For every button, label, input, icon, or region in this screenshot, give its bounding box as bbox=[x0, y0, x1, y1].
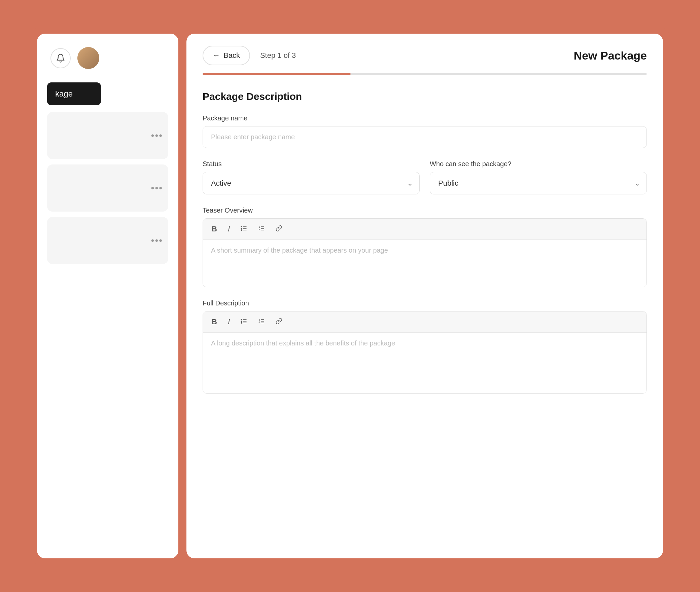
status-field: Status Active Inactive Draft ⌄ bbox=[203, 160, 420, 194]
back-button-label: Back bbox=[223, 51, 240, 60]
status-label: Status bbox=[203, 160, 420, 168]
svg-point-13 bbox=[241, 321, 242, 322]
full-desc-toolbar: B I bbox=[203, 311, 646, 333]
ordered-list-button[interactable] bbox=[256, 317, 267, 328]
list-item[interactable]: ••• bbox=[47, 164, 168, 212]
section-title: Package Description bbox=[203, 91, 647, 102]
unordered-list-button[interactable] bbox=[239, 224, 249, 235]
svg-point-4 bbox=[241, 228, 242, 229]
full-desc-placeholder: A long description that explains all the… bbox=[211, 339, 395, 347]
sidebar-list: ••• ••• ••• bbox=[47, 112, 168, 264]
visibility-label: Who can see the package? bbox=[430, 160, 647, 168]
app-container: kage ••• ••• ••• ← Back Step 1 of 3 N bbox=[30, 27, 670, 565]
main-content: ← Back Step 1 of 3 New Package Package D… bbox=[186, 34, 663, 558]
svg-point-3 bbox=[241, 226, 242, 227]
svg-point-12 bbox=[241, 319, 242, 320]
bell-icon[interactable] bbox=[50, 48, 71, 68]
main-header: ← Back Step 1 of 3 New Package bbox=[186, 34, 663, 65]
status-visibility-row: Status Active Inactive Draft ⌄ Who can s… bbox=[203, 160, 647, 194]
back-button[interactable]: ← Back bbox=[203, 46, 250, 65]
package-name-field: Package name bbox=[203, 114, 647, 148]
more-options-icon: ••• bbox=[151, 130, 163, 141]
link-button[interactable] bbox=[274, 317, 284, 328]
sidebar: kage ••• ••• ••• bbox=[37, 34, 178, 558]
sidebar-header bbox=[47, 47, 168, 69]
form-container: Package Description Package name Status … bbox=[186, 75, 663, 558]
full-desc-editor: B I bbox=[203, 311, 647, 394]
teaser-placeholder: A short summary of the package that appe… bbox=[211, 247, 388, 254]
sidebar-active-item[interactable]: kage bbox=[47, 82, 101, 105]
teaser-label: Teaser Overview bbox=[203, 207, 647, 214]
package-name-label: Package name bbox=[203, 114, 647, 122]
full-desc-field: Full Description B I bbox=[203, 299, 647, 394]
bold-button[interactable]: B bbox=[210, 316, 219, 328]
avatar[interactable] bbox=[77, 47, 99, 69]
back-arrow-icon: ← bbox=[213, 51, 220, 60]
list-item[interactable]: ••• bbox=[47, 112, 168, 159]
italic-button[interactable]: I bbox=[226, 316, 232, 328]
list-item[interactable]: ••• bbox=[47, 217, 168, 264]
status-select[interactable]: Active Inactive Draft bbox=[203, 172, 420, 194]
status-select-wrapper: Active Inactive Draft ⌄ bbox=[203, 172, 420, 194]
sidebar-active-label: kage bbox=[55, 89, 73, 98]
teaser-editor-body[interactable]: A short summary of the package that appe… bbox=[203, 240, 646, 287]
svg-point-14 bbox=[241, 322, 242, 323]
svg-point-5 bbox=[241, 229, 242, 230]
teaser-toolbar: B I bbox=[203, 219, 646, 240]
visibility-select-wrapper: Public Private Members Only ⌄ bbox=[430, 172, 647, 194]
bold-button[interactable]: B bbox=[210, 223, 219, 235]
unordered-list-button[interactable] bbox=[239, 317, 249, 328]
sidebar-nav: kage bbox=[47, 82, 168, 105]
visibility-field: Who can see the package? Public Private … bbox=[430, 160, 647, 194]
teaser-field: Teaser Overview B I bbox=[203, 207, 647, 287]
more-options-icon: ••• bbox=[151, 235, 163, 246]
step-indicator: Step 1 of 3 bbox=[260, 51, 296, 60]
progress-bar-container bbox=[186, 65, 663, 75]
italic-button[interactable]: I bbox=[226, 223, 232, 235]
full-desc-editor-body[interactable]: A long description that explains all the… bbox=[203, 333, 646, 393]
teaser-editor: B I bbox=[203, 218, 647, 287]
link-button[interactable] bbox=[274, 224, 284, 235]
package-name-input[interactable] bbox=[203, 126, 647, 148]
visibility-select[interactable]: Public Private Members Only bbox=[430, 172, 647, 194]
more-options-icon: ••• bbox=[151, 183, 163, 193]
full-desc-label: Full Description bbox=[203, 299, 647, 307]
page-title: New Package bbox=[574, 49, 647, 62]
ordered-list-button[interactable] bbox=[256, 224, 267, 235]
